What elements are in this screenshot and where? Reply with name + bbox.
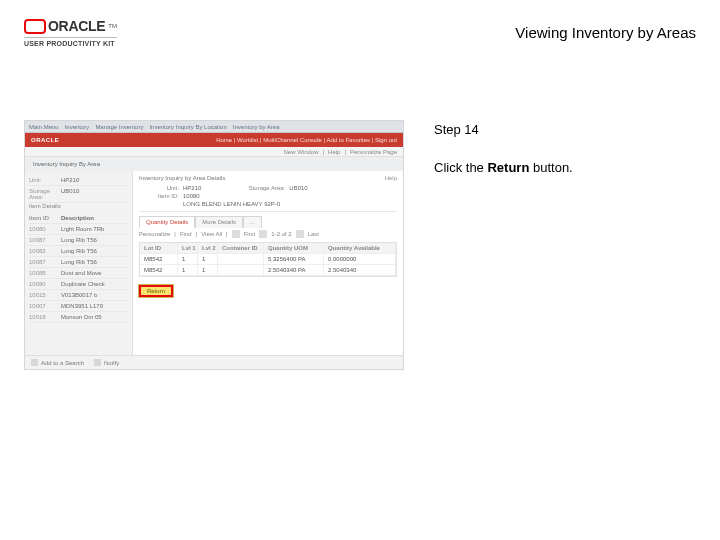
embedded-screenshot: Main Menu Inventory Manage Inventory Inv…: [24, 120, 404, 370]
tab-more-details[interactable]: More Details: [195, 216, 243, 228]
search-icon: [31, 359, 38, 366]
chevron-right-icon: [296, 230, 304, 238]
step-label: Step 14: [434, 120, 696, 140]
mini-brandbar: ORACLE Home | Worklist | MultiChannel Co…: [25, 133, 403, 147]
tab-more-icon[interactable]: ...: [243, 216, 262, 228]
instruction-text: Click the Return button.: [434, 158, 696, 178]
notify-icon: [94, 359, 101, 366]
brand-logo: ORACLE TM USER PRODUCTIVITY KIT: [24, 18, 117, 47]
brand-main: ORACLE: [48, 18, 105, 34]
mini-breadcrumb: Main Menu Inventory Manage Inventory Inv…: [25, 121, 403, 133]
brand-sub: USER PRODUCTIVITY KIT: [24, 37, 117, 47]
page-title: Viewing Inventory by Areas: [515, 24, 696, 41]
grid-icon: [232, 230, 240, 238]
return-button[interactable]: Return: [139, 285, 173, 297]
chevron-left-icon: [259, 230, 267, 238]
mini-footer: Add to a Search Notify: [25, 355, 403, 369]
tab-quantity-details[interactable]: Quantity Details: [139, 216, 195, 228]
quantity-grid: Lot ID Lvl 1 Lvl 2 Container ID Quantity…: [139, 242, 397, 277]
mini-sidebar: Unit:HP210 Storage Area:UB010 Item Detai…: [25, 171, 133, 355]
brand-tm: TM: [108, 23, 117, 29]
mini-subbar: New Window| Help| Personalize Page: [25, 147, 403, 157]
oracle-mark-icon: [24, 19, 46, 34]
mini-main: Inventory Inquiry by Area Details Help U…: [133, 171, 403, 355]
mini-page-title: Inventory Inquiry By Area: [25, 157, 403, 171]
